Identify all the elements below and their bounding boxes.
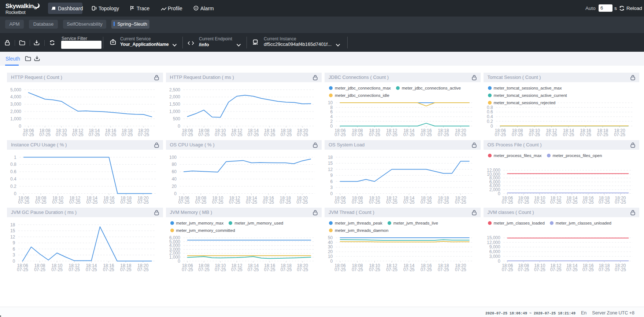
svg-text:07-25: 07-25 xyxy=(369,199,380,204)
svg-text:07-25: 07-25 xyxy=(501,267,513,272)
svg-text:07-25: 07-25 xyxy=(566,267,578,272)
svg-text:07-25: 07-25 xyxy=(421,132,432,137)
svg-text:0: 0 xyxy=(14,191,16,196)
svg-text:07-25: 07-25 xyxy=(56,132,67,137)
svg-text:07-25: 07-25 xyxy=(69,199,81,204)
svg-text:07-25: 07-25 xyxy=(438,132,449,137)
svg-text:07-25: 07-25 xyxy=(582,199,594,204)
svg-text:07-25: 07-25 xyxy=(264,267,275,272)
svg-text:07-25: 07-25 xyxy=(403,199,415,204)
svg-text:07-25: 07-25 xyxy=(334,132,346,137)
svg-text:07-25: 07-25 xyxy=(72,132,84,137)
svg-text:07-25: 07-25 xyxy=(369,132,380,137)
svg-text:07-25: 07-25 xyxy=(615,267,626,272)
svg-text:07-25: 07-25 xyxy=(137,267,149,272)
svg-text:07-25: 07-25 xyxy=(421,267,432,272)
svg-text:07-25: 07-25 xyxy=(52,199,64,204)
svg-text:07-25: 07-25 xyxy=(103,199,115,204)
svg-text:07-25: 07-25 xyxy=(178,199,189,204)
svg-text:07-25: 07-25 xyxy=(103,267,114,272)
svg-text:07-25: 07-25 xyxy=(455,199,466,204)
svg-text:07-25: 07-25 xyxy=(352,267,363,272)
svg-text:3: 3 xyxy=(330,185,333,190)
svg-text:2,000: 2,000 xyxy=(169,94,180,99)
svg-text:07-25: 07-25 xyxy=(534,267,545,272)
svg-text:07-25: 07-25 xyxy=(550,199,561,204)
svg-text:07-25: 07-25 xyxy=(263,199,274,204)
svg-text:0: 0 xyxy=(178,123,180,128)
svg-text:07-25: 07-25 xyxy=(215,267,226,272)
svg-text:07-25: 07-25 xyxy=(195,199,206,204)
svg-text:07-25: 07-25 xyxy=(386,267,397,272)
svg-text:07-25: 07-25 xyxy=(86,267,97,272)
svg-text:07-25: 07-25 xyxy=(512,132,523,137)
svg-text:3: 3 xyxy=(13,252,15,258)
svg-text:07-25: 07-25 xyxy=(247,132,259,137)
svg-text:3,000: 3,000 xyxy=(10,102,21,107)
svg-text:07-25: 07-25 xyxy=(582,267,594,272)
svg-text:07-25: 07-25 xyxy=(403,267,415,272)
svg-text:07-25: 07-25 xyxy=(231,267,243,272)
svg-text:07-25: 07-25 xyxy=(121,199,132,204)
svg-text:1,000: 1,000 xyxy=(169,109,180,114)
svg-text:4,000: 4,000 xyxy=(10,94,21,99)
svg-text:07-25: 07-25 xyxy=(246,199,257,204)
svg-text:40: 40 xyxy=(171,176,177,181)
svg-text:0: 0 xyxy=(178,258,180,263)
svg-text:07-25: 07-25 xyxy=(297,132,308,137)
svg-text:9: 9 xyxy=(13,240,15,245)
svg-text:07-25: 07-25 xyxy=(421,199,432,204)
svg-text:07-25: 07-25 xyxy=(182,267,193,272)
svg-text:80: 80 xyxy=(171,162,177,167)
svg-text:07-25: 07-25 xyxy=(599,267,610,272)
svg-text:07-25: 07-25 xyxy=(23,132,34,137)
svg-text:07-25: 07-25 xyxy=(518,199,529,204)
svg-text:0.2: 0.2 xyxy=(10,183,16,189)
svg-text:07-25: 07-25 xyxy=(198,267,210,272)
svg-text:07-25: 07-25 xyxy=(138,132,149,137)
svg-text:07-25: 07-25 xyxy=(455,267,466,272)
svg-text:07-25: 07-25 xyxy=(17,267,28,272)
svg-text:07-25: 07-25 xyxy=(403,132,415,137)
svg-text:07-25: 07-25 xyxy=(231,132,243,137)
svg-text:0: 0 xyxy=(13,258,15,263)
svg-text:07-25: 07-25 xyxy=(352,132,363,137)
svg-text:07-25: 07-25 xyxy=(438,199,449,204)
svg-text:07-25: 07-25 xyxy=(386,199,397,204)
svg-text:07-25: 07-25 xyxy=(501,199,513,204)
svg-text:2,000: 2,000 xyxy=(10,109,21,114)
svg-text:12: 12 xyxy=(328,167,333,172)
svg-text:6: 6 xyxy=(330,179,333,184)
svg-text:0: 0 xyxy=(498,191,500,196)
svg-text:15: 15 xyxy=(328,161,333,166)
svg-text:07-25: 07-25 xyxy=(86,199,98,204)
svg-text:07-25: 07-25 xyxy=(34,267,45,272)
svg-text:2,500: 2,500 xyxy=(169,87,180,92)
svg-text:0: 0 xyxy=(330,123,333,128)
svg-text:07-25: 07-25 xyxy=(534,199,545,204)
svg-text:07-25: 07-25 xyxy=(182,132,193,137)
svg-text:9: 9 xyxy=(330,173,333,178)
svg-text:18: 18 xyxy=(10,222,15,227)
svg-text:0: 0 xyxy=(174,191,177,196)
svg-text:07-25: 07-25 xyxy=(438,267,449,272)
svg-text:07-25: 07-25 xyxy=(334,267,346,272)
svg-text:07-25: 07-25 xyxy=(229,199,240,204)
svg-text:07-25: 07-25 xyxy=(39,132,51,137)
svg-text:07-25: 07-25 xyxy=(614,132,625,137)
svg-text:07-25: 07-25 xyxy=(280,267,292,272)
svg-text:07-25: 07-25 xyxy=(280,199,291,204)
svg-text:07-25: 07-25 xyxy=(120,267,132,272)
svg-text:0: 0 xyxy=(19,123,21,128)
svg-text:07-25: 07-25 xyxy=(599,199,610,204)
svg-text:0: 0 xyxy=(498,258,500,263)
svg-text:20: 20 xyxy=(171,183,177,189)
svg-text:07-25: 07-25 xyxy=(296,199,308,204)
svg-text:0.8: 0.8 xyxy=(10,162,16,167)
svg-text:0: 0 xyxy=(330,191,333,196)
svg-text:07-25: 07-25 xyxy=(89,132,100,137)
svg-text:07-25: 07-25 xyxy=(597,132,608,137)
svg-text:12: 12 xyxy=(10,234,15,239)
svg-text:07-25: 07-25 xyxy=(51,267,63,272)
svg-text:07-25: 07-25 xyxy=(69,267,80,272)
